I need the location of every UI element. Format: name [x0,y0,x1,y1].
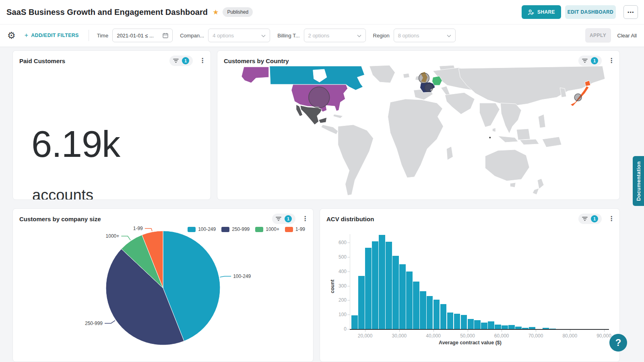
legend-swatch [255,227,263,232]
map-asia [458,66,605,105]
histogram-bar[interactable] [447,313,454,329]
share-button[interactable]: SHARE [522,5,561,19]
y-tick-mark [347,272,350,272]
histogram-bar[interactable] [358,276,365,329]
time-filter-input[interactable]: 2021-01-01 ≤ ... [112,29,173,42]
map-bubble-japan[interactable] [574,94,582,101]
widget-header: ACV distribution 1 ⋮ [320,209,619,223]
histogram-bar[interactable] [502,325,508,329]
widget-header: Customers by company size 1 ⋮ [13,209,313,223]
pie-slice-label: 1-99 [133,226,143,231]
apply-button[interactable]: APPLY [585,28,611,43]
filter-count-badge: 1 [591,57,598,64]
widget-filter-chip[interactable]: 1 [578,56,602,66]
histogram-bar[interactable] [392,256,399,329]
histogram-bar[interactable] [495,325,501,329]
world-map [217,65,619,200]
histogram-bar[interactable] [399,264,406,329]
widget-title: Customers by Country [224,58,289,64]
map-country-alaska[interactable] [242,67,269,83]
gear-icon[interactable]: ⚙ [7,31,16,40]
filter-lines-icon [582,216,588,221]
legend-swatch [285,227,293,232]
widget-filter-chip[interactable]: 1 [578,214,602,224]
clear-all-button[interactable]: Clear All [617,33,637,39]
legend-item: 1-99 [285,226,305,232]
map-dot-singapore[interactable] [489,137,491,138]
histogram-bar[interactable] [508,325,515,329]
x-tick-label: 60,000 [485,333,518,339]
histogram-bar[interactable] [420,291,426,329]
widget-filter-chip[interactable]: 1 [272,214,295,224]
histogram-chart: count Average contract value ($) 0100200… [320,223,620,362]
y-tick-mark [347,286,350,286]
page-title: SaaS Business Growth and Engagement Dash… [6,8,208,17]
histogram-bar[interactable] [372,241,378,329]
map-new-zealand [533,179,544,195]
map-bubble-france[interactable] [425,84,433,92]
chevron-down-icon [447,33,451,39]
region-filter-select[interactable]: 8 options [394,29,456,42]
widget-menu-kebab-icon[interactable]: ⋮ [608,59,615,62]
map-india [479,103,500,127]
map-tasmania [510,183,516,187]
pie-slice-label: 1000+ [106,233,120,239]
company-filter-select[interactable]: 4 options [208,29,270,42]
x-tick-mark [536,330,536,332]
x-tick-label: 40,000 [417,333,450,339]
documentation-tab-label: Documentation [636,161,642,201]
region-filter-value: 8 options [398,33,419,39]
map-central-america [321,125,338,134]
widget-menu-kebab-icon[interactable]: ⋮ [199,59,206,62]
pie-legend: 100-249250-9991000+1-99 [188,226,305,232]
histogram-x-axis-label: Average contract value ($) [320,340,620,346]
histogram-bar[interactable] [351,315,358,329]
y-tick-label: 500 [329,254,347,260]
help-button[interactable]: ? [609,334,627,352]
histogram-bar[interactable] [386,242,392,329]
widget-paid-customers: Paid Customers 1 ⋮ 6.19k accounts [12,50,211,200]
filter-bar: ⚙ + ADD/EDIT FILTERS Time 2021-01-01 ≤ .… [0,24,644,47]
x-tick-mark [468,330,468,332]
histogram-bar[interactable] [379,235,385,329]
map-middle-east [445,93,475,114]
more-options-button[interactable]: ⋯ [623,5,638,19]
histogram-bar[interactable] [474,320,481,329]
map-philippines [538,114,545,128]
histogram-bar[interactable] [454,314,460,329]
edit-dashboard-button[interactable]: EDIT DASHBOARD [565,5,616,19]
x-tick-label: 70,000 [520,333,552,339]
histogram-bar[interactable] [461,315,467,329]
status-badge: Published [223,7,253,17]
company-filter-value: 4 options [213,33,234,39]
histogram-bar[interactable] [481,323,487,329]
histogram-bar[interactable] [427,296,433,329]
documentation-tab[interactable]: Documentation [633,156,644,206]
widget-menu-kebab-icon[interactable]: ⋮ [608,217,615,220]
pie-label-leader-line [105,321,115,323]
top-bar: SaaS Business Growth and Engagement Dash… [0,0,644,25]
widget-menu-kebab-icon[interactable]: ⋮ [302,217,308,220]
map-bubble-united-kingdom[interactable] [419,73,429,83]
histogram-bar[interactable] [468,319,474,329]
billing-filter-select[interactable]: 2 options [304,29,366,42]
histogram-bar[interactable] [488,321,494,329]
x-tick-label: 50,000 [452,333,484,339]
histogram-bar[interactable] [433,300,440,329]
widget-filter-chip[interactable]: 1 [169,56,193,66]
legend-label: 1-99 [295,226,305,232]
widget-customers-by-company-size: Customers by company size 1 ⋮ 100-249250… [12,208,314,362]
pie-label-leader-line [121,236,130,240]
favorite-star-icon[interactable]: ★ [213,9,219,16]
histogram-bar[interactable] [440,304,447,329]
histogram-bar[interactable] [406,272,413,329]
histogram-bar[interactable] [365,248,372,329]
histogram-bar[interactable] [413,282,419,329]
widget-header: Customers by Country 1 ⋮ [217,51,619,65]
paid-customers-unit: accounts [32,187,93,200]
chevron-down-icon [261,33,266,39]
map-bubble-united-states[interactable] [309,87,330,108]
pie-label-leader-line [145,228,152,231]
add-edit-filters-button[interactable]: + ADD/EDIT FILTERS [25,32,79,39]
y-tick-label: 600 [329,240,347,245]
